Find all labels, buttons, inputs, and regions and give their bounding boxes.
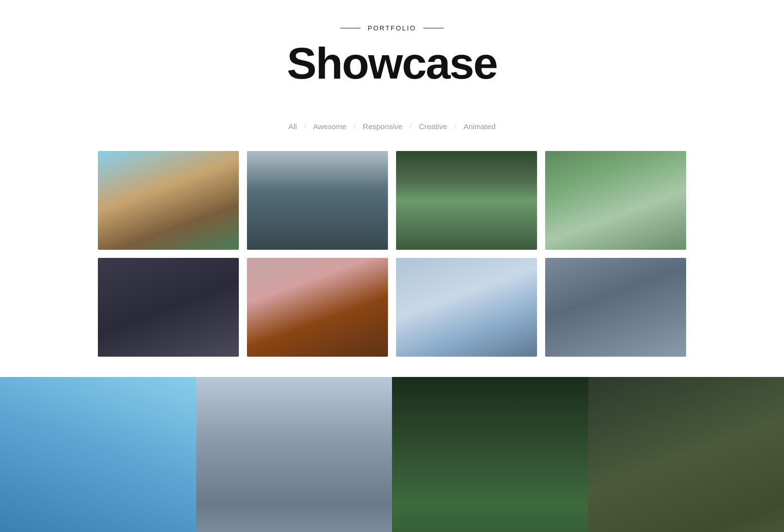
grid-item-photo-2[interactable] xyxy=(247,151,388,250)
filter-item-all[interactable]: All xyxy=(283,120,302,133)
grid-item-photo-6[interactable] xyxy=(247,258,388,357)
divider-line-left xyxy=(340,28,361,28)
photo-photo-7 xyxy=(396,258,537,357)
portfolio-text: PORTFOLIO xyxy=(368,24,416,32)
wide-item-wide-1[interactable] xyxy=(0,377,196,532)
filter-separator: / xyxy=(302,122,308,131)
photo-photo-3 xyxy=(396,151,537,250)
grid-item-photo-7[interactable] xyxy=(396,258,537,357)
photo-photo-8 xyxy=(545,258,686,357)
photo-wide-2 xyxy=(196,377,393,532)
photo-wide-1 xyxy=(0,377,196,532)
photo-photo-1 xyxy=(98,151,239,250)
grid-item-photo-4[interactable] xyxy=(545,151,686,250)
wide-item-wide-4[interactable] xyxy=(588,377,785,532)
grid-row-2 xyxy=(98,258,686,357)
portfolio-grid-section xyxy=(88,151,696,375)
grid-row-1 xyxy=(98,151,686,250)
grid-item-photo-5[interactable] xyxy=(98,258,239,357)
filter-separator: / xyxy=(408,122,414,131)
photo-photo-6 xyxy=(247,258,388,357)
filter-separator: / xyxy=(351,122,358,131)
photo-wide-4 xyxy=(588,377,785,532)
wide-grid-section xyxy=(0,377,784,532)
grid-item-photo-3[interactable] xyxy=(396,151,537,250)
photo-photo-5 xyxy=(98,258,239,357)
page-title: Showcase xyxy=(0,41,784,86)
photo-wide-3 xyxy=(392,377,588,532)
wide-item-wide-2[interactable] xyxy=(196,377,393,532)
wide-item-wide-3[interactable] xyxy=(392,377,588,532)
filter-item-animated[interactable]: Animated xyxy=(458,120,501,133)
portfolio-label: PORTFOLIO xyxy=(0,24,784,32)
filter-item-responsive[interactable]: Responsive xyxy=(358,120,407,133)
grid-item-photo-8[interactable] xyxy=(545,258,686,357)
grid-item-photo-1[interactable] xyxy=(98,151,239,250)
filter-separator: / xyxy=(452,122,458,131)
photo-photo-4 xyxy=(545,151,686,250)
divider-line-right xyxy=(423,28,444,28)
filter-item-creative[interactable]: Creative xyxy=(414,120,452,133)
page-header: PORTFOLIO Showcase xyxy=(0,0,784,120)
filter-navigation: All / Awesome / Responsive / Creative / … xyxy=(0,120,784,133)
photo-photo-2 xyxy=(247,151,388,250)
filter-item-awesome[interactable]: Awesome xyxy=(308,120,352,133)
